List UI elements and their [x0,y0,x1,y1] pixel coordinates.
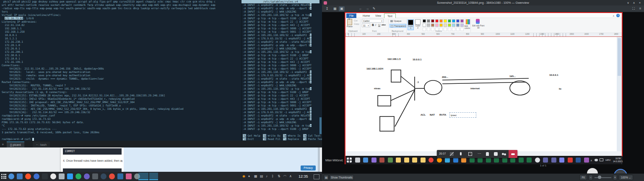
panel-scrollbar[interactable] [318,147,320,172]
app-launcher-icon[interactable] [1,174,6,179]
nano-scrollbar[interactable] [319,117,322,134]
paste-label[interactable]: Paste [347,25,353,28]
transparent-option[interactable]: Transparent [390,24,406,28]
file-manager-icon[interactable] [17,173,23,179]
zoom-slider-knob[interactable] [598,176,601,179]
palette-color[interactable] [460,19,464,23]
canvas-scrollbar-thumb[interactable] [618,38,621,76]
notes-app-icon[interactable] [388,158,393,163]
pdf-icon[interactable] [568,158,573,163]
gwenview-image-view[interactable]: Milan Miličević File Home View Text ∧ ? … [322,12,644,173]
teams-icon[interactable] [543,158,548,163]
nano-shortcut[interactable]: ^W Where Is [283,134,301,137]
excel-icon[interactable] [527,158,532,163]
paint-tab-text[interactable]: Text [384,13,396,18]
paint-tab-file[interactable]: File [346,13,356,18]
palette-color[interactable] [448,23,451,27]
nano-shortcut[interactable]: ^U Paste Tex [303,137,322,141]
palette-color[interactable] [423,19,426,23]
emoji-tray-icon[interactable]: ◉ [242,174,245,179]
thumbnail-bar-icon[interactable]: ▤ [324,175,329,180]
palette-color[interactable] [444,23,447,27]
paste-icon[interactable] [347,19,352,25]
hangup-button[interactable] [509,150,517,158]
clock[interactable]: 12:35 [299,172,308,181]
participants-icon[interactable] [502,153,504,155]
chat-icon[interactable] [34,173,39,179]
kde-taskbar[interactable]: ◉♦▦▤♪ᛒ⇅◠∧ 12:35 [0,172,322,181]
settings-icon[interactable] [50,173,56,179]
bluetooth-tray-icon[interactable]: ᛒ [272,174,274,179]
edit-icon[interactable]: ✎ [371,6,377,11]
forward-icon[interactable]: → [364,6,370,11]
new-tab-button[interactable]: + [1,142,5,147]
excel-icon[interactable] [486,158,491,163]
bold-button[interactable]: B [372,23,374,26]
italic-button[interactable]: I [375,23,376,26]
share-screen-icon[interactable]: ↑ [468,152,472,156]
cut-label[interactable]: Cut [354,19,358,22]
teams-icon[interactable] [551,158,556,163]
folder-icon[interactable] [412,158,417,163]
search-icon[interactable] [355,158,360,163]
mic-icon[interactable] [460,152,462,155]
color1-well[interactable]: Color 1 [408,19,414,30]
palette-color[interactable] [439,19,443,23]
edit-colors-icon[interactable] [466,19,470,24]
blue-panel-window[interactable]: Privacy [124,147,320,172]
outlook-icon[interactable] [453,158,458,163]
kate-icon[interactable] [59,173,65,179]
paint3d-icon[interactable] [476,19,480,24]
gwenview-icon[interactable] [126,173,132,179]
firefox-icon[interactable] [437,158,442,163]
privacy-button[interactable]: Privacy [301,165,316,171]
maximize-button[interactable]: ∧ [631,0,636,5]
terminal-tabbar[interactable]: + () picard ~ : bash [0,141,322,147]
palette-color[interactable] [460,23,464,27]
terminal-tab-bash[interactable]: ~ : bash [33,142,50,147]
display-tray-icon[interactable]: ▦ [254,174,257,179]
view-mode-icon[interactable]: ▣ [339,6,345,11]
palette-color[interactable] [452,19,455,23]
palette-color[interactable] [456,23,460,27]
red-app-icon[interactable] [109,173,115,179]
close-button[interactable]: × [637,0,642,5]
teams-call-bar[interactable]: 26:07 ↑ ⋯ [437,150,517,158]
terminal-tab-picard[interactable]: () picard [7,142,24,147]
task-button[interactable] [138,173,148,180]
terminal-window[interactable]: pkcs7 pkcs8 pkcs12 pgp dnskey sshkey pem… [0,0,322,141]
show-thumbnails-button[interactable]: Show Thumbnails [330,175,354,180]
color2-well[interactable]: Color 2 [415,19,421,30]
nano-shortcut[interactable]: ^\ Replace [283,137,299,141]
font-size-select[interactable]: 11 ▾ [362,23,370,27]
share-icon[interactable]: ↥ [324,6,330,11]
purple-app-icon[interactable] [371,158,377,163]
zoom-slider-track[interactable] [595,177,611,178]
palette-color[interactable] [431,19,434,23]
palette-color[interactable] [435,19,439,23]
clipboard-tray-icon[interactable]: ▤ [260,174,263,179]
fullscreen-icon[interactable]: ⛶ [631,6,636,11]
copy-label[interactable]: Copy [354,23,359,25]
app-circle-icon[interactable] [535,158,540,163]
teams-icon[interactable] [559,158,564,163]
word-icon[interactable] [576,158,581,163]
chrome-icon[interactable] [428,158,434,163]
palette-color[interactable] [427,19,430,23]
doc-app-icon[interactable] [363,158,368,163]
excel-icon[interactable] [510,158,515,163]
browse-mode-icon[interactable]: ▦ [332,6,338,11]
expand-tray-icon[interactable]: ∧ [289,174,292,179]
excel-icon[interactable] [478,158,483,163]
wifi-tray-icon[interactable]: ◠ [283,174,286,179]
task-button[interactable] [149,173,158,180]
excel-icon[interactable] [494,158,499,163]
paint-tab-view[interactable]: View [372,13,384,18]
nano-shortcut[interactable]: ^X Exit [243,137,254,141]
raise-hand-icon[interactable] [486,152,489,156]
grid-app-icon[interactable] [92,173,98,179]
palette-color[interactable] [435,23,439,27]
excel-icon[interactable] [470,158,475,163]
start-icon[interactable] [347,158,352,163]
help-icon[interactable]: ? [616,14,620,17]
